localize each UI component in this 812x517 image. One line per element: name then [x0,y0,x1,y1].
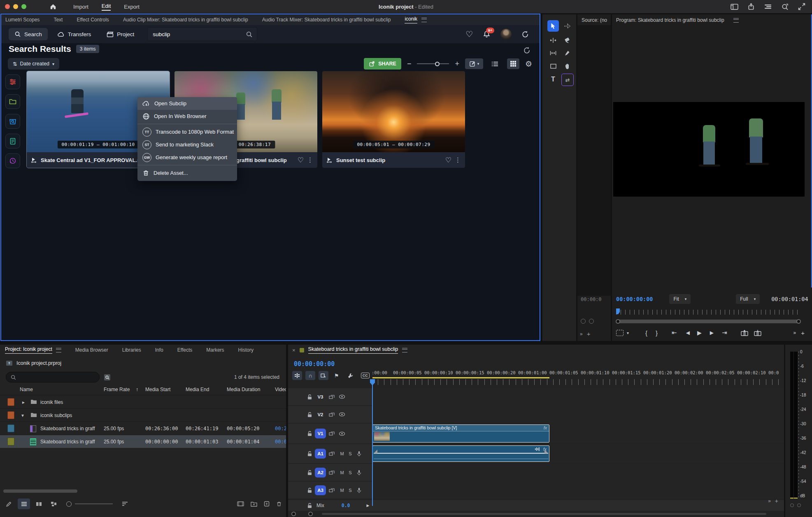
audio-clip[interactable]: fx [372,445,549,462]
panel-layout-icon[interactable] [731,3,738,10]
workspace-search-icon[interactable] [781,3,789,11]
project-home-icon[interactable] [6,360,13,366]
play-button[interactable]: ▶ [697,329,702,336]
panel-menu-icon[interactable] [733,18,739,23]
results-refresh-icon[interactable] [523,46,530,54]
track-lock-icon[interactable] [307,470,312,475]
column-media-duration[interactable]: Media Duration [227,387,260,392]
clip-name[interactable]: Skateboard tricks in graff [40,439,95,445]
mix-gain-value[interactable]: 0.0 [342,503,350,508]
more-buttons-icon[interactable]: » [793,330,796,336]
track-lock-icon[interactable] [307,503,312,508]
zoom-in-icon[interactable]: + [455,60,459,68]
ripple-edit-tool[interactable] [547,35,559,46]
sync-lock-icon[interactable] [329,488,335,493]
solo-button[interactable]: S [346,488,354,493]
ruler-ticks[interactable] [372,379,784,385]
share-button[interactable]: SHARE [364,58,401,70]
zoom-out-icon[interactable] [66,501,72,507]
scroll-handle-right[interactable] [796,319,801,324]
remix-tool[interactable]: ⇄ [561,74,574,86]
menu-usage-report[interactable]: GW Generate weekly usage report [137,151,237,164]
user-avatar[interactable] [500,29,512,40]
menu-export[interactable]: Export [124,4,140,10]
quick-export-icon[interactable] [747,3,755,10]
tab-history[interactable]: History [238,347,254,353]
sync-lock-icon[interactable] [329,470,335,475]
settings-gear-icon[interactable]: ⚙ [525,59,532,69]
notifications-bell-icon[interactable]: 9+ [483,30,491,38]
scroll-handle-left[interactable] [616,319,620,324]
bin-name[interactable]: iconik subclips [40,413,72,418]
new-item-icon[interactable] [264,501,270,507]
more-options-icon[interactable]: ⋮ [455,156,461,164]
menu-transcode[interactable]: TT Transcode to 1080p Web Format [137,125,237,138]
new-bin-icon[interactable] [251,501,257,507]
close-sequence-icon[interactable]: × [292,347,295,353]
slider-handle[interactable] [435,62,440,66]
sync-lock-icon[interactable] [329,431,335,436]
meter-channel-toggles[interactable] [790,503,801,507]
list-view-button[interactable] [18,498,30,509]
captions-cc-icon[interactable]: CC [361,373,370,378]
go-to-out-button[interactable]: ⇥ [722,329,727,336]
filters-icon[interactable] [5,74,20,89]
iconik-nav-transfers[interactable]: Transfers [52,28,97,40]
clip-row-selected[interactable]: Skateboard tricks in graff 25.00 fps 00:… [0,435,286,448]
tab-libraries[interactable]: Libraries [122,347,141,353]
fullscreen-icon[interactable] [798,3,805,10]
more-options-icon[interactable]: ⋮ [307,156,313,164]
close-window-button[interactable] [5,4,10,9]
timeline-settings-wrench-icon[interactable] [347,373,354,379]
track-target-a3[interactable]: A3 [315,485,326,495]
track-output-eye-icon[interactable] [339,394,345,399]
search-bin-icon[interactable] [104,374,111,381]
menu-open-web-browser[interactable]: Open In Web Browser [137,110,237,123]
track-lock-icon[interactable] [307,412,312,417]
program-current-timecode[interactable]: 00:00:00:00 [616,296,653,302]
asset-title[interactable]: Sunset test subclip [336,157,442,163]
label-color-chip[interactable] [7,411,14,419]
program-mini-ruler[interactable] [616,310,800,315]
volume-rubber-band[interactable] [374,453,548,454]
source-tab-label[interactable]: Source: (no [577,14,611,26]
breadcrumb[interactable]: Iconik project.prproj [16,360,61,366]
tab-project[interactable]: Project: Iconik project [5,346,52,354]
asset-title[interactable]: graffiti bowl subclip [236,157,294,163]
selection-tool[interactable] [547,20,559,32]
track-content[interactable] [372,406,784,423]
favorite-heart-icon[interactable]: ♡ [298,157,304,164]
column-name[interactable]: Name [20,387,33,392]
solo-button[interactable]: S [346,451,354,456]
go-to-in-button[interactable]: ⇤ [672,329,677,336]
mix-keyframe-play-icon[interactable]: ▶ [366,503,369,508]
track-content[interactable] [372,388,784,405]
linked-selection-icon[interactable] [319,371,328,380]
expand-caret[interactable]: ▸ [22,399,25,405]
track-target-v2[interactable]: V2 [315,410,326,420]
timeline-hscrollbar[interactable] [322,513,766,515]
sort-dropdown[interactable]: ⇅ Date created ▾ [8,58,59,70]
mark-in-button[interactable]: { [645,329,647,336]
add-button-icon[interactable]: + [775,498,778,504]
track-lock-icon[interactable] [307,451,312,457]
track-lock-icon[interactable] [307,487,312,493]
zoom-out-icon[interactable]: − [407,60,412,68]
playhead-line[interactable] [372,384,373,506]
track-target-a2[interactable]: A2 [315,468,326,478]
track-height-handle[interactable] [308,512,313,516]
zoom-window-button[interactable] [21,4,26,9]
list-view-button[interactable] [489,58,501,69]
tab-effects[interactable]: Effects [177,347,192,353]
rectangle-tool[interactable] [547,60,559,72]
more-buttons-icon[interactable]: » [768,498,771,504]
label-color-chip[interactable] [7,424,14,432]
column-video[interactable]: Video [275,387,286,392]
tab-info[interactable]: Info [155,347,163,353]
tab-audio-track-mixer[interactable]: Audio Track Mixer: Skateboard tricks in … [262,17,391,23]
hand-tool[interactable] [561,60,573,72]
razor-tool[interactable] [561,35,573,46]
home-icon[interactable] [49,3,57,10]
sort-options-icon[interactable] [122,501,128,506]
iconik-nav-project[interactable]: Project [101,28,140,40]
